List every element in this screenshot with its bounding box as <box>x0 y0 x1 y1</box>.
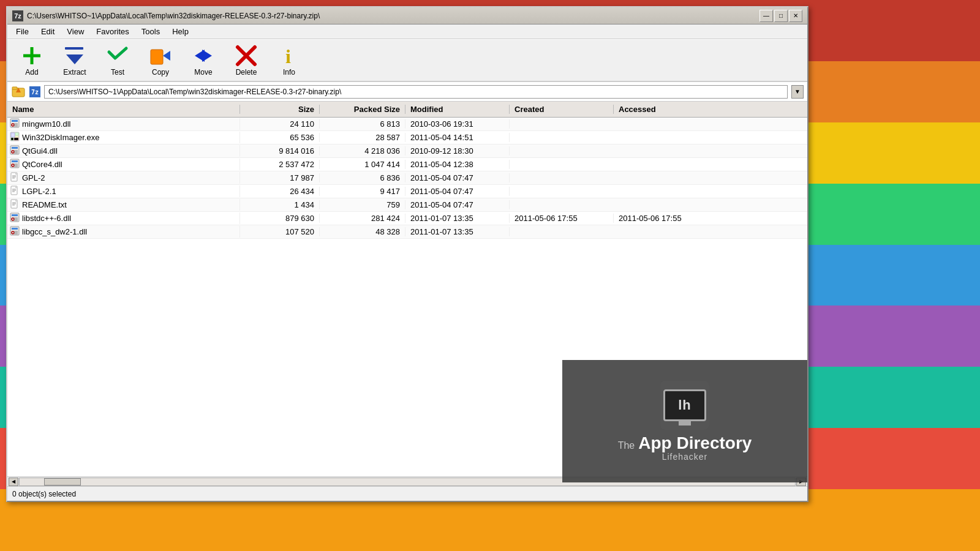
col-header-accessed[interactable]: Accessed <box>614 105 807 114</box>
col-header-packed[interactable]: Packed Size <box>320 105 405 114</box>
file-name: GPL-2 <box>22 173 45 182</box>
table-row[interactable]: mingwm10.dll 24 110 6 813 2010-03-06 19:… <box>7 118 807 131</box>
cell-size: 9 814 016 <box>240 146 320 156</box>
menu-help[interactable]: Help <box>166 26 195 37</box>
cell-size: 879 630 <box>240 214 320 223</box>
watermark-logo: lh <box>660 381 709 430</box>
main-window: 7z C:\Users\WHITSO~1\AppData\Local\Temp\… <box>6 6 809 502</box>
file-icon <box>10 132 20 143</box>
menu-file[interactable]: File <box>10 26 35 37</box>
minimize-button[interactable]: — <box>760 10 773 22</box>
menu-view[interactable]: View <box>61 26 90 37</box>
cell-packed-size: 759 <box>320 200 405 209</box>
col-header-size[interactable]: Size <box>240 105 320 114</box>
copy-label: Copy <box>152 68 169 77</box>
menu-bar: File Edit View Favorites Tools Help <box>7 24 807 39</box>
window-title: C:\Users\WHITSO~1\AppData\Local\Temp\win… <box>27 12 760 20</box>
folder-up-icon[interactable] <box>11 84 26 99</box>
test-button[interactable]: Test <box>98 42 137 80</box>
add-icon <box>21 45 43 67</box>
svg-text:7z: 7z <box>31 89 39 96</box>
move-label: Move <box>194 68 212 77</box>
svg-rect-26 <box>14 138 18 140</box>
info-icon: i <box>278 45 300 67</box>
cell-name: libgcc_s_dw2-1.dll <box>7 226 240 238</box>
cell-packed-size: 4 218 036 <box>320 146 405 156</box>
cell-size: 26 434 <box>240 187 320 196</box>
test-label: Test <box>111 68 124 77</box>
path-icon: 7z <box>29 86 40 97</box>
cell-packed-size: 6 813 <box>320 119 405 129</box>
info-button[interactable]: i Info <box>270 42 309 80</box>
svg-rect-13 <box>12 87 17 89</box>
file-name: LGPL-2.1 <box>22 187 56 196</box>
table-row[interactable]: QtCore4.dll 2 537 472 1 047 414 2011-05-… <box>7 158 807 171</box>
watermark-the: The <box>618 440 635 451</box>
svg-rect-36 <box>12 160 18 162</box>
cell-modified: 2011-05-04 07:47 <box>405 187 510 196</box>
scroll-thumb[interactable] <box>44 478 81 485</box>
cell-name: QtGui4.dll <box>7 145 240 157</box>
cell-packed-size: 281 424 <box>320 214 405 223</box>
svg-marker-6 <box>163 51 170 61</box>
cell-packed-size: 6 836 <box>320 173 405 182</box>
col-header-created[interactable]: Created <box>510 105 614 114</box>
file-icon <box>10 172 20 184</box>
cell-accessed: 2011-05-06 17:55 <box>614 214 807 223</box>
table-row[interactable]: libgcc_s_dw2-1.dll 107 520 48 328 2011-0… <box>7 225 807 239</box>
cell-modified: 2011-05-04 14:51 <box>405 133 510 142</box>
file-icon <box>10 118 20 130</box>
table-row[interactable]: LGPL-2.1 26 434 9 417 2011-05-04 07:47 <box>7 185 807 198</box>
close-button[interactable]: ✕ <box>789 10 802 22</box>
table-header: Name Size Packed Size Modified Created A… <box>7 102 807 118</box>
address-dropdown[interactable]: ▼ <box>791 85 804 99</box>
delete-label: Delete <box>236 68 257 77</box>
move-button[interactable]: Move <box>184 42 223 80</box>
status-text: 0 object(s) selected <box>12 490 76 498</box>
cell-modified: 2010-03-06 19:31 <box>405 119 510 129</box>
add-button[interactable]: Add <box>12 42 51 80</box>
table-row[interactable]: Win32DiskImager.exe 65 536 28 587 2011-0… <box>7 131 807 144</box>
title-bar: 7z C:\Users\WHITSO~1\AppData\Local\Temp\… <box>7 7 807 24</box>
cell-size: 1 434 <box>240 200 320 209</box>
cell-modified: 2011-01-07 13:35 <box>405 227 510 236</box>
cell-created: 2011-05-06 17:55 <box>510 214 614 223</box>
cell-size: 107 520 <box>240 227 320 236</box>
col-header-modified[interactable]: Modified <box>405 105 510 114</box>
copy-button[interactable]: Copy <box>141 42 180 80</box>
table-row[interactable]: QtGui4.dll 9 814 016 4 218 036 2010-09-1… <box>7 144 807 158</box>
cell-size: 2 537 472 <box>240 160 320 169</box>
menu-edit[interactable]: Edit <box>35 26 61 37</box>
watermark-title-block: The App Directory Lifehacker <box>618 435 752 462</box>
move-icon <box>192 45 214 67</box>
cell-packed-size: 9 417 <box>320 187 405 196</box>
cell-name: LGPL-2.1 <box>7 186 240 197</box>
delete-icon <box>235 45 257 67</box>
table-row[interactable]: GPL-2 17 987 6 836 2011-05-04 07:47 <box>7 171 807 185</box>
file-icon <box>10 226 20 238</box>
menu-tools[interactable]: Tools <box>135 26 166 37</box>
file-name: mingwm10.dll <box>22 119 70 129</box>
file-name: libgcc_s_dw2-1.dll <box>22 227 87 236</box>
svg-rect-18 <box>12 120 18 122</box>
extract-label: Extract <box>63 68 86 77</box>
menu-favorites[interactable]: Favorites <box>90 26 135 37</box>
copy-icon <box>149 45 172 67</box>
file-icon <box>10 199 20 211</box>
maximize-button[interactable]: □ <box>774 10 788 22</box>
delete-button[interactable]: Delete <box>227 42 266 80</box>
extract-button[interactable]: Extract <box>55 42 94 80</box>
cell-modified: 2011-05-04 07:47 <box>405 200 510 209</box>
app-icon: 7z <box>12 10 23 21</box>
scroll-left-button[interactable]: ◀ <box>9 478 18 486</box>
col-header-name[interactable]: Name <box>7 105 240 114</box>
address-input[interactable] <box>44 85 788 99</box>
cell-modified: 2011-01-07 13:35 <box>405 214 510 223</box>
cell-name: libstdc++-6.dll <box>7 212 240 224</box>
table-row[interactable]: libstdc++-6.dll 879 630 281 424 2011-01-… <box>7 212 807 225</box>
svg-rect-63 <box>12 228 18 230</box>
table-row[interactable]: README.txt 1 434 759 2011-05-04 07:47 <box>7 198 807 212</box>
file-name: QtCore4.dll <box>22 160 62 169</box>
svg-rect-24 <box>11 133 15 137</box>
info-label: Info <box>283 68 295 77</box>
